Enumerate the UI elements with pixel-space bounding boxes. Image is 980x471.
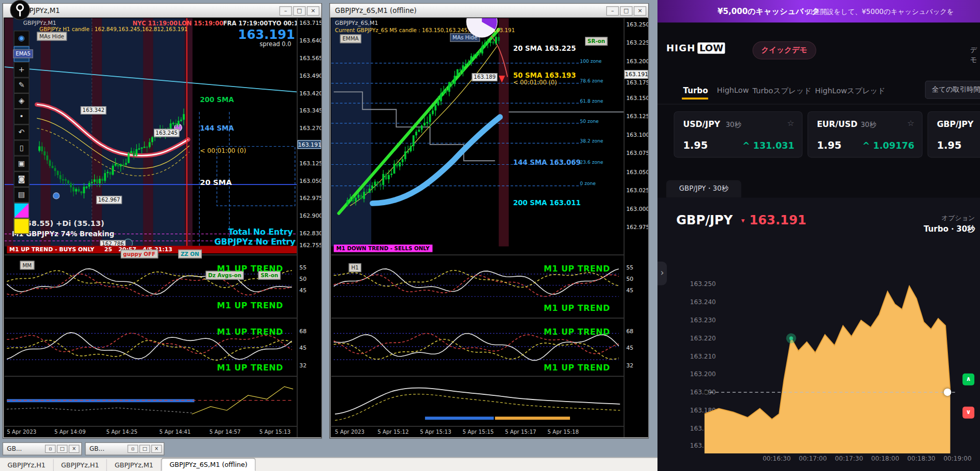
x-axis-label: 00:19:00 xyxy=(939,455,976,462)
undo-icon[interactable]: ↶ xyxy=(14,124,30,140)
asset-card-eurusd[interactable]: EUR/USD 30秒 ☆ 1.95 ^ 1.09176 xyxy=(808,111,923,158)
chart-overlay-title: GBPJPYz_6S,M1 xyxy=(335,20,378,26)
minimize-icon[interactable]: – xyxy=(606,6,619,15)
nav-highlow[interactable]: HighLow xyxy=(717,85,749,94)
mm-button[interactable]: MM xyxy=(20,261,34,269)
emma-button[interactable]: EMMA xyxy=(340,34,361,43)
clipboard-icon[interactable]: ▤ xyxy=(14,187,30,203)
h1-button[interactable]: H1 xyxy=(349,263,361,272)
card-pair: GBP/JPY xyxy=(937,120,974,129)
window-titlebar[interactable]: GBPJPYz_6S,M1 (offline) – □ × xyxy=(330,4,648,18)
fib-zone-label: 61.8 zone xyxy=(580,98,603,104)
trend-label: M1 UP TREND xyxy=(217,264,283,273)
promo-bold-text: ¥5,000のキャッシュバック xyxy=(718,6,820,17)
chart-area-1: NYC 11:19:00 LON 15:19:00 FRA 17:19:00 T… xyxy=(4,18,321,437)
fib-zone-label: 78.6 zone xyxy=(580,78,603,84)
fib-zone-label: 100 zone xyxy=(580,58,602,64)
nav-turbo[interactable]: Turbo xyxy=(683,85,708,95)
screen: GBPJPYz,M1 – □ × xyxy=(0,0,980,471)
price-tick: 163.050 xyxy=(626,169,648,175)
active-instrument-tab[interactable]: GBP/JPY・30秒 xyxy=(666,180,741,198)
price-tick: 162.975 xyxy=(299,195,321,202)
sma-144-label: 144 SMA xyxy=(200,124,233,133)
card-pair: USD/JPY xyxy=(683,120,721,129)
collapse-panel-button[interactable]: › xyxy=(657,262,667,286)
minimized-window[interactable]: GB... ▫□× xyxy=(85,443,164,455)
price-tick: 162.975 xyxy=(626,224,648,230)
price-scale: 163.250 163.225 163.200 163.191 163.175 … xyxy=(624,18,648,437)
time-tick: 5 Apr 2023 xyxy=(335,429,364,435)
camera-icon[interactable]: ◙ xyxy=(14,172,30,187)
price-tick: 163.125 xyxy=(626,113,648,120)
price-tick: 163.715 xyxy=(299,20,321,26)
card-price: ^ 131.031 xyxy=(742,141,795,151)
tab-gbpjpy-m1[interactable]: GBPJPYz,M1 xyxy=(107,459,162,471)
star-icon[interactable]: ☆ xyxy=(907,118,914,127)
price-tick: 163.225 xyxy=(626,39,648,46)
close-icon[interactable]: × xyxy=(151,445,162,453)
nav-turbo-spread[interactable]: Turboスプレッド xyxy=(753,85,812,96)
price-line-handle[interactable] xyxy=(944,389,951,396)
time-tick: 5 Apr 15:15 xyxy=(462,429,493,435)
scroll-up-button[interactable]: ∧ xyxy=(962,374,974,386)
pair-price: 163.191 xyxy=(750,212,807,227)
time-axis: 5 Apr 2023 5 Apr 14:09 5 Apr 14:25 5 Apr… xyxy=(4,426,297,436)
restore-icon[interactable]: □ xyxy=(293,6,305,15)
asset-card-usdjpy[interactable]: USD/JPY 30秒 ☆ 1.95 ^ 131.031 xyxy=(674,111,802,158)
zigzag-toggle[interactable]: ZZ ON xyxy=(178,250,201,259)
tab-gbpjpy-h1[interactable]: GBPJPYz,H1 xyxy=(0,459,53,471)
nav-highlow-spread[interactable]: HighLowスプレッド xyxy=(815,85,885,96)
close-icon[interactable]: × xyxy=(307,6,319,15)
fib-zone-label: 50 zone xyxy=(580,118,598,124)
maximize-icon[interactable]: □ xyxy=(57,445,68,453)
osc-tick: 45 xyxy=(626,345,634,351)
price-tick: 162.830 xyxy=(299,230,321,236)
restore-icon[interactable]: ▫ xyxy=(127,445,138,453)
eye-icon[interactable]: ◉ xyxy=(14,31,30,46)
maximize-icon[interactable]: □ xyxy=(139,445,150,453)
crosshair-icon[interactable]: + xyxy=(14,62,30,78)
minimized-title: GB... xyxy=(7,446,22,452)
delete-icon[interactable]: ▯ xyxy=(14,140,30,155)
asset-card-gbpjpy[interactable]: GBP/JPY 1.95 xyxy=(928,111,980,158)
oscillator-panel-3 xyxy=(331,376,624,425)
dot-icon[interactable]: • xyxy=(14,109,30,124)
price-tick: 163.100 xyxy=(626,132,648,138)
shapes-icon[interactable]: ◈ xyxy=(14,93,30,109)
fib-zone-label: 0 zone xyxy=(580,181,595,187)
pencil-icon[interactable]: ✎ xyxy=(14,78,30,93)
time-axis: 5 Apr 2023 5 Apr 15:12 5 Apr 15:13 5 Apr… xyxy=(331,426,624,436)
promo-banner[interactable]: ¥5,000のキャッシュバック 口座開設をして、¥5000のキャッシュバックを xyxy=(657,0,980,22)
trend-bar-value: 25 xyxy=(105,247,112,253)
restore-icon[interactable]: ▫ xyxy=(45,445,56,453)
trade-time-filter[interactable]: 全ての取引時間 xyxy=(925,81,980,99)
minimize-icon[interactable]: – xyxy=(280,6,292,15)
color-swatch-icon[interactable] xyxy=(14,203,30,218)
tab-gbpjpy-h1-2[interactable]: GBPJPYz,H1 xyxy=(53,459,107,471)
star-icon[interactable]: ☆ xyxy=(787,118,794,127)
monitor-icon[interactable]: ▣ xyxy=(14,156,30,172)
price-tick: 163.420 xyxy=(299,90,321,96)
scroll-down-button[interactable]: ∨ xyxy=(962,407,974,419)
x-axis-label: 00:17:30 xyxy=(830,455,868,462)
tab-gbpjpy-6s-m1[interactable]: GBPJPYz_6S,M1 (offline) xyxy=(162,458,256,471)
trend-label: M1 UP TREND xyxy=(544,264,610,273)
app-logo-pin-icon xyxy=(10,0,30,20)
guppy-toggle[interactable]: guppy OFF xyxy=(121,250,158,259)
sr-toggle[interactable]: SR-on xyxy=(585,37,608,46)
window-titlebar[interactable]: GBPJPYz,M1 – □ × xyxy=(3,4,321,18)
ema5-badge[interactable]: EMA5 xyxy=(13,49,33,58)
minimized-window[interactable]: GB... ▫□× xyxy=(3,443,82,455)
trend-label: M1 UP TREND xyxy=(544,304,610,313)
restore-icon[interactable]: □ xyxy=(620,6,633,15)
mt4-workspace: GBPJPYz,M1 – □ × xyxy=(0,0,657,471)
mas-hide-button[interactable]: MAs Hide xyxy=(37,32,67,41)
close-icon[interactable]: × xyxy=(69,445,80,453)
chart-overlay-title: GBPJPYz,M1 xyxy=(23,20,56,26)
card-duration: 30秒 xyxy=(860,120,876,130)
trend-label: M1 UP TREND xyxy=(217,363,283,372)
close-icon[interactable]: × xyxy=(634,6,646,15)
yellow-swatch-icon[interactable] xyxy=(14,218,30,234)
quick-demo-button[interactable]: クイックデモ xyxy=(753,41,816,60)
divider xyxy=(657,104,980,104)
